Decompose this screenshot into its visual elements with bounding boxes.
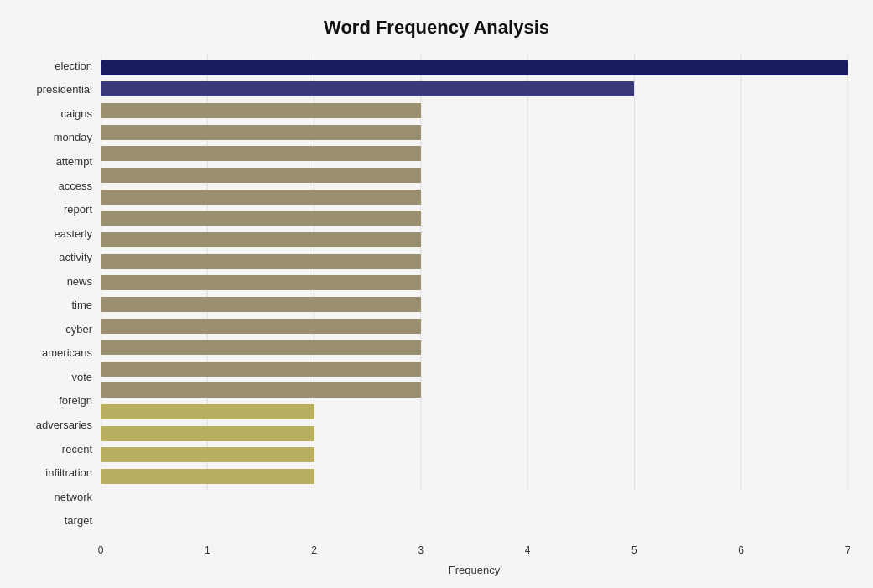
bar-report [101, 190, 421, 205]
bar-election [101, 60, 848, 75]
bar-row-adversaries [101, 381, 848, 399]
plot-area: 01234567 Frequency [101, 54, 848, 533]
x-tick-0: 0 [98, 544, 104, 556]
bar-row-activity [101, 231, 848, 249]
y-axis: electionpresidentialcaignsmondayattempta… [25, 54, 101, 533]
y-label-infiltration: infiltration [45, 467, 92, 478]
bar-row-report [101, 188, 848, 206]
bar-recent [101, 404, 314, 419]
bar-americans [101, 319, 421, 334]
bar-easterly [101, 211, 421, 226]
bar-target [101, 469, 314, 484]
x-axis-labels: 01234567 [101, 539, 848, 556]
x-tick-6: 6 [738, 544, 744, 556]
y-label-election: election [55, 60, 92, 71]
bar-row-target [101, 467, 848, 486]
bar-row-infiltration [101, 424, 848, 443]
bar-activity [101, 232, 421, 247]
bar-row-monday [101, 123, 848, 142]
bar-row-access [101, 166, 848, 185]
y-label-caigns: caigns [60, 108, 92, 119]
y-label-americans: americans [42, 347, 92, 358]
bar-attempt [101, 146, 421, 161]
bar-row-network [101, 445, 848, 464]
y-label-recent: recent [62, 444, 92, 455]
bar-row-americans [101, 317, 848, 336]
bar-row-caigns [101, 101, 848, 120]
x-tick-2: 2 [311, 544, 317, 556]
x-tick-7: 7 [845, 544, 851, 556]
y-label-network: network [54, 492, 92, 502]
x-axis-title: Frequency [101, 564, 848, 576]
bar-presidential [101, 81, 634, 96]
y-label-vote: vote [71, 372, 92, 382]
y-label-news: news [67, 276, 92, 287]
y-label-target: target [65, 515, 92, 526]
y-label-monday: monday [54, 132, 92, 143]
bar-row-news [101, 252, 848, 271]
x-tick-3: 3 [418, 544, 424, 556]
bar-access [101, 168, 421, 183]
x-tick-1: 1 [205, 544, 210, 556]
bar-row-presidential [101, 80, 848, 98]
y-label-access: access [59, 180, 92, 191]
bar-caigns [101, 103, 421, 118]
bar-network [101, 447, 314, 462]
bar-row-cyber [101, 295, 848, 314]
bar-row-easterly [101, 209, 848, 227]
y-label-foreign: foreign [59, 395, 92, 406]
bar-vote [101, 340, 421, 355]
y-label-easterly: easterly [54, 228, 92, 239]
y-label-time: time [71, 299, 92, 310]
bar-news [101, 254, 421, 269]
bar-adversaries [101, 382, 421, 398]
y-label-presidential: presidential [37, 84, 93, 95]
bar-time [101, 275, 421, 290]
bar-row-election [101, 59, 848, 77]
y-label-cyber: cyber [65, 324, 92, 335]
bar-row-attempt [101, 144, 848, 163]
chart-title: Word Frequency Analysis [25, 17, 848, 39]
bar-foreign [101, 362, 421, 377]
bars-wrapper [101, 54, 848, 491]
bar-cyber [101, 297, 421, 312]
y-label-attempt: attempt [56, 156, 92, 167]
y-label-activity: activity [59, 252, 92, 263]
chart-container: Word Frequency Analysis electionpresiden… [0, 0, 873, 588]
x-tick-4: 4 [525, 544, 531, 556]
bar-row-recent [101, 403, 848, 421]
bar-row-vote [101, 338, 848, 356]
bar-row-foreign [101, 360, 848, 378]
bar-row-time [101, 273, 848, 292]
bar-infiltration [101, 426, 314, 441]
x-tick-5: 5 [631, 544, 637, 556]
bar-monday [101, 125, 421, 140]
y-label-adversaries: adversaries [36, 419, 92, 430]
y-label-report: report [64, 204, 92, 215]
